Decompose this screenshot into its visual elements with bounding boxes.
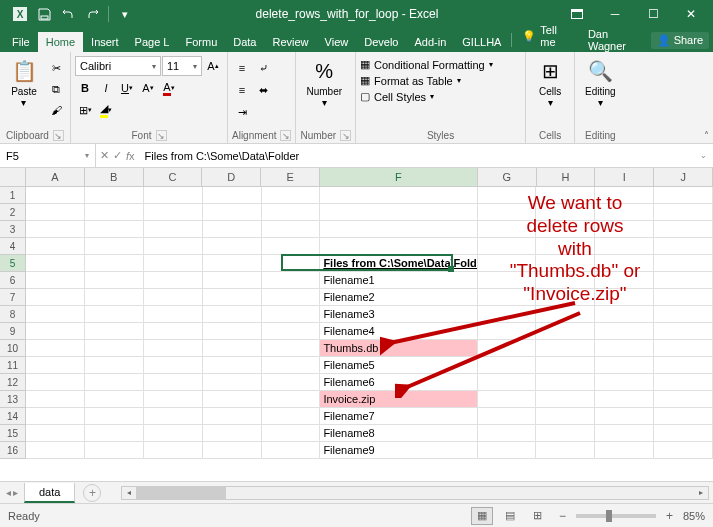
tab-file[interactable]: File xyxy=(4,32,38,52)
cell[interactable] xyxy=(85,187,144,204)
cell[interactable] xyxy=(654,289,713,306)
cell[interactable] xyxy=(26,408,85,425)
cell[interactable] xyxy=(595,425,654,442)
normal-view-button[interactable]: ▦ xyxy=(471,507,493,525)
cell[interactable] xyxy=(536,204,595,221)
cell[interactable] xyxy=(595,289,654,306)
sheet-tab-data[interactable]: data xyxy=(24,483,75,503)
row-header[interactable]: 6 xyxy=(0,272,25,289)
column-header[interactable]: E xyxy=(261,168,320,186)
cell[interactable] xyxy=(478,391,537,408)
cell[interactable] xyxy=(595,221,654,238)
cell[interactable] xyxy=(203,221,262,238)
row-header[interactable]: 8 xyxy=(0,306,25,323)
tab-formulas[interactable]: Formu xyxy=(177,32,225,52)
cell[interactable]: Filename9 xyxy=(320,442,477,459)
cell[interactable] xyxy=(595,442,654,459)
share-button[interactable]: 👤 Share xyxy=(651,32,709,49)
horizontal-scrollbar[interactable]: ◂ ▸ xyxy=(121,486,709,500)
cell[interactable] xyxy=(262,221,321,238)
cell[interactable] xyxy=(203,357,262,374)
wrap-text-button[interactable]: ⤶ xyxy=(253,58,273,78)
collapse-ribbon-icon[interactable]: ˄ xyxy=(704,130,709,141)
cell[interactable] xyxy=(478,306,537,323)
cell[interactable] xyxy=(262,306,321,323)
cell[interactable] xyxy=(85,391,144,408)
cell[interactable] xyxy=(203,306,262,323)
cell[interactable] xyxy=(144,204,203,221)
cell[interactable] xyxy=(654,340,713,357)
cell[interactable] xyxy=(144,187,203,204)
cell[interactable] xyxy=(320,221,477,238)
tab-insert[interactable]: Insert xyxy=(83,32,127,52)
cell[interactable] xyxy=(654,391,713,408)
cell[interactable] xyxy=(536,391,595,408)
column-header[interactable]: A xyxy=(26,168,85,186)
cell[interactable] xyxy=(26,340,85,357)
cancel-formula-icon[interactable]: ✕ xyxy=(100,149,109,162)
row-header[interactable]: 5 xyxy=(0,255,25,272)
align-top-button[interactable]: ≡ xyxy=(232,58,252,78)
cell[interactable] xyxy=(654,323,713,340)
undo-icon[interactable] xyxy=(58,4,78,24)
cell[interactable] xyxy=(536,306,595,323)
cell[interactable] xyxy=(26,272,85,289)
cell[interactable] xyxy=(85,408,144,425)
cell[interactable] xyxy=(144,255,203,272)
cell[interactable] xyxy=(536,408,595,425)
sheet-nav-prev[interactable]: ◂ xyxy=(6,487,11,498)
cell[interactable] xyxy=(26,238,85,255)
cell[interactable] xyxy=(85,238,144,255)
number-format-button[interactable]: % Number▾ xyxy=(300,54,348,110)
tell-me[interactable]: 💡 Tell me xyxy=(514,20,580,52)
tab-page-layout[interactable]: Page L xyxy=(127,32,178,52)
fill-color-button[interactable]: ◢▾ xyxy=(96,100,116,120)
underline-button[interactable]: U▾ xyxy=(117,78,137,98)
cell[interactable] xyxy=(144,289,203,306)
accept-formula-icon[interactable]: ✓ xyxy=(113,149,122,162)
row-header[interactable]: 4 xyxy=(0,238,25,255)
cell[interactable] xyxy=(262,204,321,221)
format-painter-button[interactable]: 🖌 xyxy=(46,100,66,120)
column-header[interactable]: C xyxy=(144,168,203,186)
cell[interactable] xyxy=(595,204,654,221)
save-icon[interactable] xyxy=(34,4,54,24)
cell[interactable] xyxy=(144,272,203,289)
row-header[interactable]: 11 xyxy=(0,357,25,374)
cell[interactable] xyxy=(654,408,713,425)
bold-button[interactable]: B xyxy=(75,78,95,98)
zoom-slider[interactable] xyxy=(576,514,656,518)
row-header[interactable]: 9 xyxy=(0,323,25,340)
cell[interactable] xyxy=(478,340,537,357)
cell[interactable] xyxy=(85,357,144,374)
row-header[interactable]: 14 xyxy=(0,408,25,425)
cell[interactable] xyxy=(654,357,713,374)
cell[interactable] xyxy=(85,425,144,442)
cell[interactable] xyxy=(595,408,654,425)
page-break-view-button[interactable]: ⊞ xyxy=(527,507,549,525)
cell-styles-button[interactable]: ▢Cell Styles▾ xyxy=(360,90,434,103)
cell[interactable] xyxy=(262,238,321,255)
font-color-button[interactable]: A▾ xyxy=(159,78,179,98)
align-left-button[interactable]: ≡ xyxy=(232,80,252,100)
cell[interactable] xyxy=(595,306,654,323)
cells-button[interactable]: ⊞ Cells▾ xyxy=(530,54,570,110)
cell[interactable]: Invoice.zip xyxy=(320,391,477,408)
cell[interactable] xyxy=(595,255,654,272)
font-name-combo[interactable]: Calibri▾ xyxy=(75,56,161,76)
cell[interactable]: Thumbs.db xyxy=(320,340,477,357)
cell[interactable] xyxy=(595,340,654,357)
cell[interactable] xyxy=(26,425,85,442)
cell[interactable] xyxy=(478,442,537,459)
tab-developer[interactable]: Develo xyxy=(356,32,406,52)
zoom-level[interactable]: 85% xyxy=(683,510,705,522)
cell[interactable] xyxy=(203,289,262,306)
cell[interactable] xyxy=(320,238,477,255)
cell[interactable] xyxy=(536,442,595,459)
cell[interactable] xyxy=(320,204,477,221)
cell[interactable] xyxy=(203,272,262,289)
page-layout-view-button[interactable]: ▤ xyxy=(499,507,521,525)
cell[interactable] xyxy=(536,272,595,289)
cell[interactable] xyxy=(478,204,537,221)
cell[interactable] xyxy=(595,272,654,289)
